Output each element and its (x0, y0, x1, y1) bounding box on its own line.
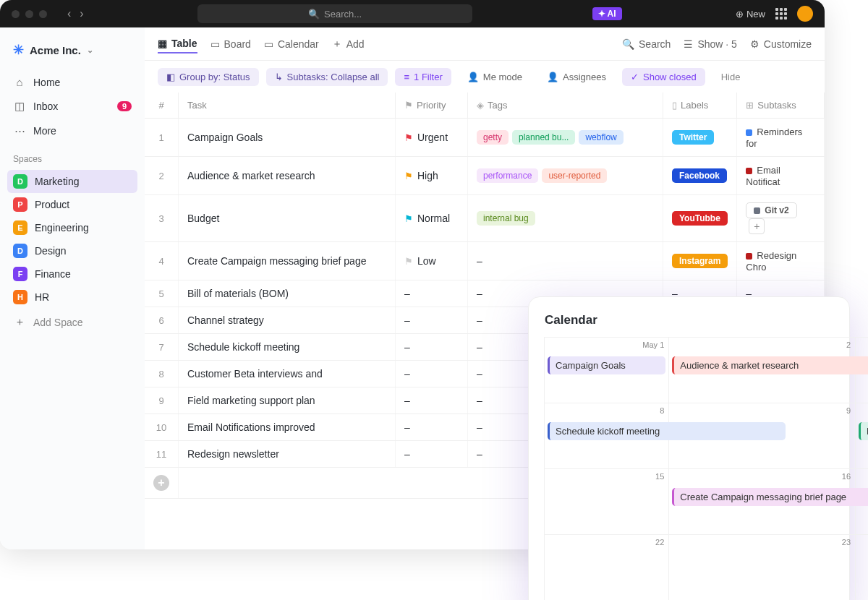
traffic-min[interactable] (25, 10, 33, 18)
space-icon: D (13, 174, 27, 189)
subtasks-pill[interactable]: ↳ Subtasks: Collapse all (266, 68, 388, 86)
tag-chip[interactable]: user-reported (542, 168, 607, 183)
flag-icon: ⚑ (404, 256, 413, 267)
col-priority[interactable]: ⚑Priority (396, 93, 468, 119)
space-item-marketing[interactable]: DMarketing (7, 170, 137, 193)
label-chip[interactable]: Instagram (672, 254, 728, 268)
flag-icon: ⚑ (404, 171, 413, 181)
tag-chip[interactable]: webflow (579, 130, 623, 145)
hide-button[interactable]: Hide (712, 68, 749, 86)
label-chip[interactable]: Facebook (672, 168, 727, 183)
show-closed-pill[interactable]: ✓ Show closed (622, 68, 705, 86)
more-icon: ⋯ (13, 124, 26, 137)
task-name: Budget (179, 195, 396, 242)
table-row[interactable]: 1Campaign Goals⚑Urgentgettyplanned bu...… (145, 119, 825, 157)
col-tags[interactable]: ◈Tags (468, 93, 663, 119)
tag-chip[interactable]: planned bu... (512, 130, 575, 145)
col-num[interactable]: # (145, 93, 179, 119)
nav-more[interactable]: ⋯ More (7, 119, 137, 142)
task-name: Redesign newsletter (179, 441, 396, 468)
view-customize-button[interactable]: ⚙ Customize (750, 35, 812, 53)
add-subtask-button[interactable]: + (749, 218, 765, 234)
space-item-product[interactable]: PProduct (7, 193, 137, 216)
view-tab-board[interactable]: ▭ Board (210, 35, 251, 53)
traffic-max[interactable] (39, 10, 47, 18)
calendar-cell[interactable]: 2Audience & market research (668, 337, 856, 403)
calendar-cell[interactable]: 10Field marketing support (855, 403, 868, 469)
view-add-button[interactable]: ＋ Add (332, 35, 365, 53)
col-subtasks[interactable]: ⊞Subtasks (737, 93, 825, 119)
view-bar: ▦ Table ▭ Board ▭ Calendar ＋ Add 🔍 Searc… (145, 27, 825, 61)
task-name: Create Campaign messaging brief page (179, 242, 396, 280)
subtask-chip[interactable]: Reminders for (746, 127, 802, 149)
calendar-date: 23 (842, 538, 851, 547)
calendar-cell[interactable]: 8Schedule kickoff meeting (544, 403, 669, 469)
calendar-title: Calendar (545, 313, 833, 327)
calendar-cell[interactable]: May 1Campaign Goals (544, 337, 669, 403)
workspace-logo-icon: ✳ (13, 42, 24, 58)
calendar-event[interactable]: Field marketing support (859, 422, 868, 440)
traffic-close[interactable] (12, 10, 20, 18)
add-row-button[interactable]: + (145, 468, 179, 499)
space-item-finance[interactable]: FFinance (7, 262, 137, 286)
assignees-pill[interactable]: 👤 Assignees (538, 68, 615, 86)
chevron-down-icon: ⌄ (87, 46, 93, 55)
label-chip[interactable]: YouTubbe (672, 211, 728, 226)
nav-back-icon[interactable]: ‹ (67, 7, 71, 20)
view-tab-calendar[interactable]: ▭ Calendar (264, 35, 319, 53)
calendar-cell[interactable]: 16Create Campaign messaging brief page (668, 468, 856, 535)
me-mode-pill[interactable]: 👤 Me mode (459, 68, 531, 86)
task-name: Campaign Goals (179, 119, 396, 157)
space-item-hr[interactable]: HHR (7, 286, 137, 309)
subtask-chip[interactable]: Git v2 (746, 202, 796, 218)
ai-button[interactable]: ✦ AI (592, 7, 622, 20)
calendar-event[interactable]: Schedule kickoff meeting (548, 422, 786, 440)
col-task[interactable]: Task (179, 93, 396, 119)
user-avatar[interactable] (797, 6, 813, 22)
calendar-date: 16 (842, 472, 851, 481)
table-row[interactable]: 3Budget⚑Normalinternal bugYouTubbeGit v2… (145, 195, 825, 242)
view-show-button[interactable]: ☰ Show · 5 (684, 35, 736, 53)
group-by-pill[interactable]: ◧ Group by: Status (158, 68, 259, 86)
inbox-badge: 9 (117, 101, 132, 111)
task-name: Channel strategy (179, 307, 396, 334)
space-item-design[interactable]: DDesign (7, 239, 137, 262)
calendar-cell[interactable]: 24 (855, 534, 868, 600)
space-icon: D (13, 244, 27, 258)
subtask-chip[interactable]: Email Notificat (746, 165, 780, 187)
global-search[interactable]: 🔍 Search... (197, 4, 472, 23)
new-button[interactable]: ⊕ New (736, 9, 765, 20)
calendar-event[interactable]: Campaign Goals (548, 356, 665, 374)
tag-chip[interactable]: performance (477, 168, 538, 183)
flag-icon: ⚑ (404, 213, 413, 224)
calendar-cell[interactable]: 15 (544, 468, 669, 535)
col-labels[interactable]: ▯Labels (663, 93, 737, 119)
view-tab-table[interactable]: ▦ Table (158, 35, 197, 53)
calendar-cell[interactable]: 22 (544, 534, 669, 600)
apps-icon[interactable] (775, 8, 787, 20)
search-placeholder: Search... (324, 9, 362, 20)
label-chip[interactable]: Twitter (672, 130, 714, 145)
nav-inbox[interactable]: ◫ Inbox 9 (7, 95, 137, 118)
subtask-chip[interactable]: Redesign Chro (746, 250, 796, 273)
nav-forward-icon[interactable]: › (80, 7, 83, 20)
tag-chip[interactable]: getty (477, 130, 509, 145)
workspace-switcher[interactable]: ✳ Acme Inc. ⌄ (7, 38, 137, 62)
tag-chip[interactable]: internal bug (477, 211, 535, 226)
add-space-button[interactable]: ＋ Add Space (7, 310, 137, 334)
tag-icon: ◈ (477, 100, 484, 111)
view-search-button[interactable]: 🔍 Search (622, 35, 671, 53)
nav-home[interactable]: ⌂ Home (7, 71, 137, 93)
calendar-date: 22 (655, 538, 664, 547)
calendar-cell[interactable]: 23 (668, 534, 856, 600)
table-row[interactable]: 4Create Campaign messaging brief page⚑Lo… (145, 242, 825, 280)
plus-icon: ＋ (13, 315, 26, 329)
table-row[interactable]: 2Audience & market research⚑Highperforma… (145, 157, 825, 195)
space-item-engineering[interactable]: EEngineering (7, 216, 137, 239)
calendar-event[interactable]: Audience & market research (672, 356, 868, 374)
filter-pill[interactable]: ≡ 1 Filter (395, 68, 451, 86)
space-icon: H (13, 290, 27, 304)
filter-bar: ◧ Group by: Status ↳ Subtasks: Collapse … (145, 61, 825, 93)
inbox-icon: ◫ (13, 100, 26, 113)
calendar-event[interactable]: Create Campaign messaging brief page (672, 488, 868, 506)
